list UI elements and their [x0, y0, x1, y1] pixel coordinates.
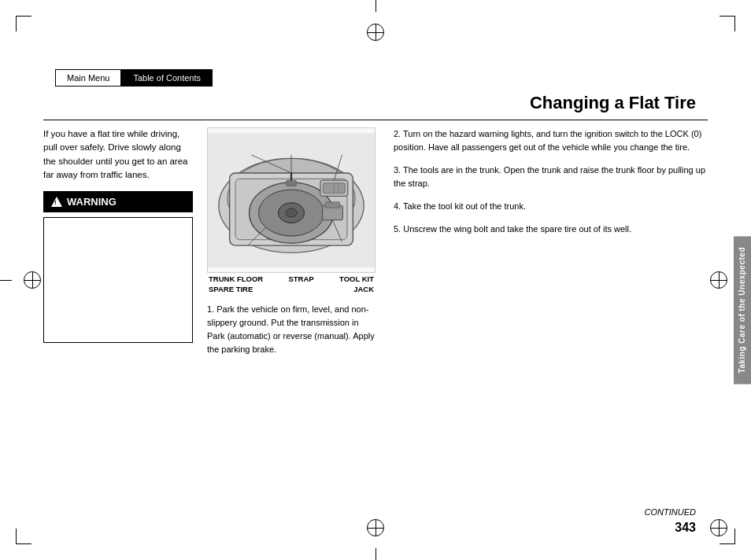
- trunk-floor-label: TRUNK FLOOR: [209, 274, 263, 283]
- main-menu-button[interactable]: Main Menu: [55, 69, 121, 87]
- diagram-top-labels: TRUNK FLOOR STRAP TOOL KIT: [207, 273, 376, 283]
- left-column: If you have a flat tire while driving, p…: [43, 127, 201, 513]
- step1-text: 1. Park the vehicle on firm, level, and …: [207, 303, 376, 356]
- svg-point-8: [286, 208, 298, 217]
- trunk-diagram-svg: [208, 128, 375, 272]
- crosshair-left-center: [24, 271, 41, 289]
- warning-triangle-icon: [51, 197, 62, 207]
- step2: 2. Turn on the hazard warning lights, an…: [394, 127, 708, 154]
- spare-tire-label: SPARE TIRE: [209, 285, 253, 293]
- crosshair-top-center: [367, 24, 384, 41]
- page-number: 343: [675, 521, 696, 535]
- jack-label: JACK: [353, 285, 374, 293]
- warning-header: WARNING: [43, 191, 193, 212]
- continued-text: CONTINUED: [645, 507, 696, 517]
- content-area: If you have a flat tire while driving, p…: [43, 127, 708, 513]
- strap-label: STRAP: [288, 274, 313, 283]
- crosshair-right-center: [710, 271, 727, 289]
- table-of-contents-button[interactable]: Table of Contents: [121, 69, 213, 87]
- svg-rect-16: [325, 202, 339, 208]
- page-title: Changing a Flat Tire: [530, 93, 696, 113]
- warning-content: [43, 217, 193, 343]
- right-column: 2. Turn on the hazard warning lights, an…: [382, 127, 708, 513]
- corner-mark-tl: [16, 16, 31, 31]
- intro-text: If you have a flat tire while driving, p…: [43, 127, 193, 182]
- step5: 5. Unscrew the wing bolt and take the sp…: [394, 223, 708, 236]
- trunk-diagram: [207, 127, 376, 273]
- step3: 3. The tools are in the trunk. Open the …: [394, 164, 708, 190]
- side-tab: Taking Care of the Unexpected: [734, 236, 751, 384]
- middle-column: TRUNK FLOOR STRAP TOOL KIT SPARE TIRE JA…: [201, 127, 382, 513]
- corner-mark-bl: [16, 529, 31, 544]
- step3-text: 3. The tools are in the trunk. Open the …: [394, 164, 708, 190]
- edge-tick-bottom: [376, 548, 376, 560]
- step2-text: 2. Turn on the hazard warning lights, an…: [394, 127, 708, 154]
- crosshair-bottom-right: [710, 519, 727, 536]
- corner-mark-tr: [720, 16, 735, 31]
- svg-rect-14: [287, 180, 297, 186]
- title-rule: [43, 120, 708, 120]
- tool-kit-label: TOOL KIT: [339, 274, 374, 283]
- edge-tick-top: [376, 0, 376, 12]
- crosshair-bottom-center: [367, 519, 384, 536]
- nav-bar: Main Menu Table of Contents: [55, 69, 213, 87]
- warning-label: WARNING: [67, 196, 117, 208]
- edge-tick-left: [0, 280, 12, 281]
- diagram-bottom-labels: SPARE TIRE JACK: [207, 283, 376, 293]
- step4: 4. Take the tool kit out of the trunk.: [394, 200, 708, 213]
- step4-text: 4. Take the tool kit out of the trunk.: [394, 200, 708, 213]
- step5-text: 5. Unscrew the wing bolt and take the sp…: [394, 223, 708, 236]
